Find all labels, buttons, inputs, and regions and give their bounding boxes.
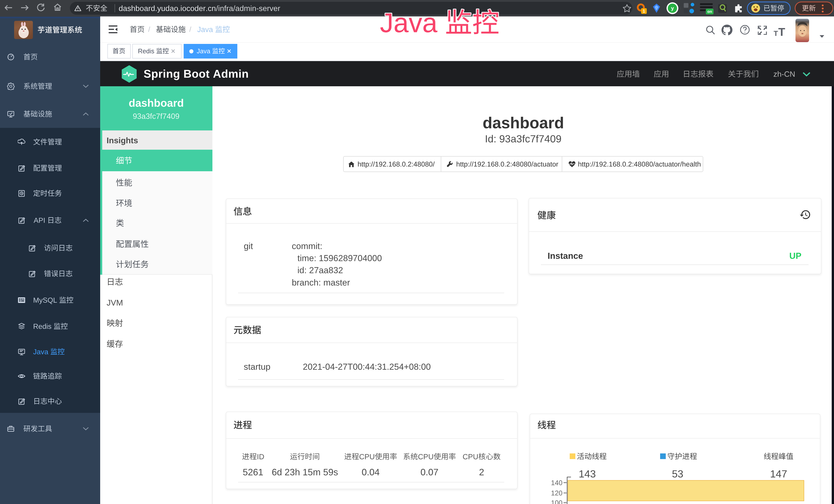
svg-text:on: on bbox=[707, 9, 712, 14]
svg-text:y: y bbox=[671, 5, 674, 11]
svg-text:1: 1 bbox=[643, 9, 645, 13]
